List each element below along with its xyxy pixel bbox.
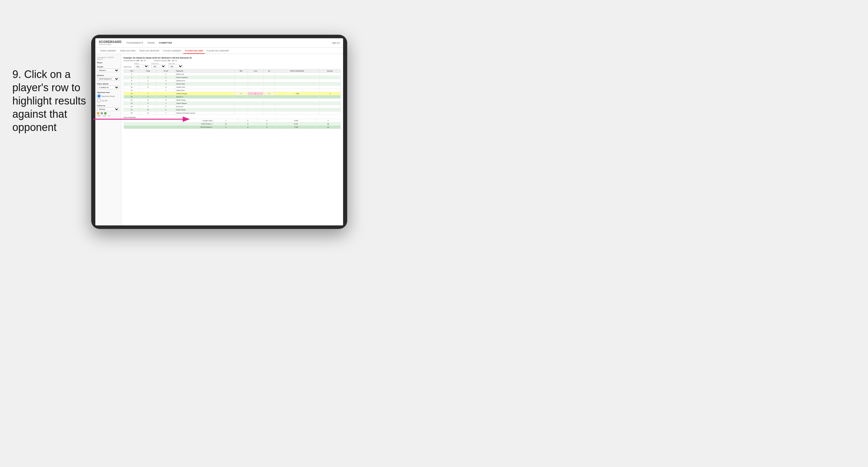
region-select[interactable]: (All) [134, 65, 149, 68]
tab-team-h2h-grid[interactable]: TEAM H2H GRID [118, 48, 137, 54]
grid-records: Overall Record: 353 - 34 - 6 Division Re… [124, 60, 341, 62]
dot-up [104, 112, 106, 115]
table-row[interactable]: 131Haejo Hyun [124, 89, 341, 92]
division-label: Division [97, 74, 119, 76]
gender-section: Gender Women's [97, 66, 119, 72]
th-loss: Loss [248, 69, 264, 73]
nav-committee[interactable]: COMMITTEE [159, 41, 172, 44]
dot-down [97, 112, 99, 115]
main-content: Last Updated: 27/03/2024 16:55:38 Player… [95, 54, 343, 225]
gender-select[interactable]: Women's [97, 68, 119, 72]
colour-labels: Down Level Up [97, 115, 119, 117]
grid-title: Katelyn Vo Head-to-Head Grid for Women's… [124, 57, 341, 59]
player-label: Player [97, 62, 119, 64]
nav-teams[interactable]: TEAMS [147, 41, 155, 44]
nav-items: TOURNAMENTS TEAMS COMMITTEE [126, 41, 332, 44]
th-diff: Diff Av Strokes/Rnd [275, 69, 319, 73]
tab-player-h2h-heatmap[interactable]: PLAYER H2H HEATMAP [205, 48, 231, 54]
logo-text: SCOREBOARD [99, 40, 122, 43]
table-row[interactable]: 1822Euna Lee [124, 105, 341, 108]
overall-record: Overall Record: 353 - 34 - 6 [124, 60, 145, 62]
out-of-division-label: Out of division [124, 117, 341, 118]
colour-label: Colour by [97, 105, 119, 106]
table-row[interactable]: 914Sharon Mun [124, 83, 341, 86]
data-table: # Div # Reg # Conf Opponent Win Loss Tie… [124, 69, 341, 115]
division-record: Division Record: 331 - 34 - 6 [154, 60, 177, 62]
radio-top100[interactable]: Top 100 [97, 99, 119, 102]
radio-opponents-played[interactable]: Opponents Played [97, 94, 119, 98]
table-row[interactable]: 1474Eunice Yi [124, 95, 341, 99]
tablet-frame: SCOREBOARD Powered by clippd TOURNAMENTS… [91, 35, 347, 229]
opponent-view-section: Opponent view Opponents Played Top 100 [97, 92, 119, 102]
logo-area: SCOREBOARD Powered by clippd [99, 40, 122, 45]
out-table: Foreign Team1004.5002NAIA Division 11500… [124, 119, 341, 129]
right-panel: Katelyn Vo Head-to-Head Grid for Women's… [121, 54, 343, 225]
tab-player-h2h-grid[interactable]: PLAYER H2H GRID [183, 48, 205, 54]
th-reg: # Reg [140, 69, 157, 73]
opponents-label: Opponents: [124, 66, 132, 68]
left-panel: Last Updated: 27/03/2024 16:55:38 Player… [95, 54, 121, 225]
table-row[interactable]: 613Sydney Kuo [124, 79, 341, 83]
tablet-screen: SCOREBOARD Powered by clippd TOURNAMENTS… [95, 38, 343, 225]
tab-team-summary[interactable]: TEAM SUMMARY [98, 48, 118, 54]
region-filter: Region (All) [134, 63, 149, 68]
table-row[interactable]: 20117Federica Domecq Lacroze [124, 112, 341, 115]
player-select[interactable]: 8. Katelyn Vo [97, 86, 119, 89]
th-opponent: Opponent [175, 69, 234, 73]
tab-team-h2h-heatmap[interactable]: TEAM H2H HEATMAP [137, 48, 161, 54]
player-rank-section: Player (Rank) 8. Katelyn Vo [97, 83, 119, 89]
filters-row: Opponents: Region (All) Conference (All)… [124, 63, 341, 68]
conference-select[interactable]: (All) [151, 65, 166, 68]
conference-label: Conference [151, 63, 166, 64]
out-table-row[interactable]: Foreign Team1004.5002 [124, 119, 341, 122]
th-conf: # Conf [157, 69, 175, 73]
nav-bar: SCOREBOARD Powered by clippd TOURNAMENTS… [95, 38, 343, 48]
colour-select[interactable]: Win/loss [97, 107, 119, 111]
division-section: Division NCAA Division III [97, 74, 119, 81]
region-label: Region [134, 63, 149, 64]
out-table-row[interactable]: NCAA Division 25007.40010 [124, 126, 341, 129]
opponent-view-label: Opponent view [97, 92, 119, 93]
conference-filter: Conference (All) [151, 63, 166, 68]
annotation-text: 9. Click on a player's row to highlight … [12, 68, 92, 134]
table-row[interactable]: 1063Andrea York [124, 86, 341, 89]
table-row[interactable]: 1585Stella Cheng [124, 99, 341, 102]
gender-label: Gender [97, 66, 119, 68]
last-updated: Last Updated: 27/03/2024 16:55:38 [97, 57, 119, 60]
th-rounds: Rounds [319, 69, 340, 73]
opponent-filter: Opponent (All) [168, 63, 183, 68]
out-table-row[interactable]: NAIA Division 115009.26730 [124, 122, 341, 126]
colour-section: Colour by Win/loss Down Level Up [97, 105, 119, 117]
colour-legend [97, 112, 119, 115]
table-row[interactable]: 522Alexis Sudjianto [124, 76, 341, 79]
table-row[interactable]: 31Esther Lee [124, 73, 341, 76]
opponent-label: Opponent [168, 63, 183, 64]
dot-level [101, 112, 103, 115]
player-section: Player [97, 62, 119, 64]
th-win: Win [235, 69, 248, 73]
table-row[interactable]: 19106Emily Chang [124, 108, 341, 112]
opponent-select[interactable]: (All) [168, 65, 183, 68]
sign-out-button[interactable]: Sign out [332, 42, 340, 44]
opponent-radio-group: Opponents Played Top 100 [97, 94, 119, 102]
logo-sub: Powered by clippd [99, 43, 122, 45]
table-row[interactable]: 131Jessica Huang010-3.002 [124, 92, 341, 95]
th-tie: Tie [264, 69, 275, 73]
division-select[interactable]: NCAA Division III [97, 77, 119, 81]
tab-player-summary[interactable]: PLAYER SUMMARY [161, 48, 183, 54]
sub-nav: TEAM SUMMARY TEAM H2H GRID TEAM H2H HEAT… [95, 48, 343, 54]
table-row[interactable]: 1691Jessica Mason [124, 102, 341, 105]
th-div: # Div [124, 69, 140, 73]
player-rank-label: Player (Rank) [97, 83, 119, 85]
nav-tournaments[interactable]: TOURNAMENTS [126, 41, 143, 44]
